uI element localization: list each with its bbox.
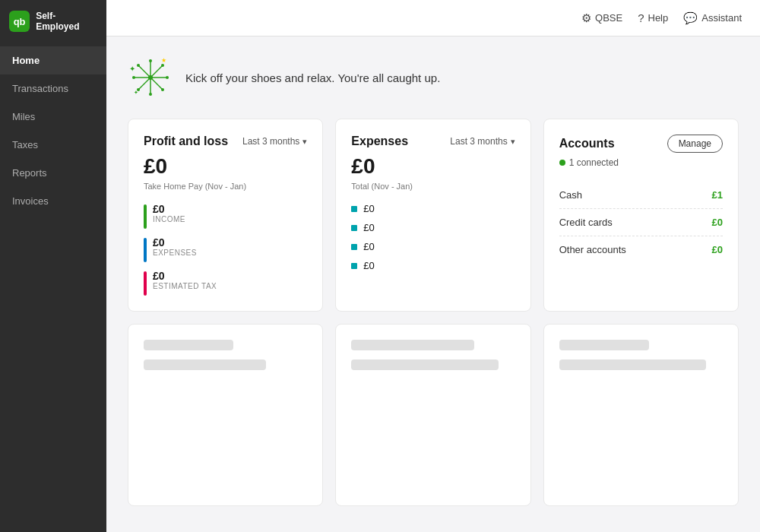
skeleton-line — [559, 359, 707, 370]
expense-value-2: £0 — [363, 222, 374, 233]
expenses-label: EXPENSES — [153, 249, 197, 257]
skeleton-line — [351, 340, 473, 350]
sidebar-item-home[interactable]: Home — [0, 46, 106, 74]
expense-dot-3 — [351, 244, 357, 250]
svg-line-7 — [150, 65, 163, 78]
account-rows: Cash £1 Credit cards £0 Other accounts £… — [559, 182, 723, 263]
sidebar-logo-text: Self-Employed — [36, 11, 97, 33]
qbse-label: QBSE — [595, 12, 622, 24]
svg-line-5 — [138, 65, 150, 78]
connected-count: 1 connected — [569, 157, 619, 168]
sidebar-item-transactions[interactable]: Transactions — [0, 74, 106, 103]
tax-content: £0 ESTIMATED TAX — [153, 270, 217, 290]
manage-button[interactable]: Manage — [667, 135, 723, 153]
expense-list: £0 £0 £0 £0 — [351, 203, 515, 271]
connected-badge: 1 connected — [559, 157, 723, 168]
account-amount-other: £0 — [712, 244, 723, 255]
help-button[interactable]: ? Help — [638, 11, 668, 24]
welcome-banner: ✦ ★ ✦ Kick off your shoes and relax. You… — [128, 55, 739, 100]
sidebar-item-reports[interactable]: Reports — [0, 159, 106, 187]
income-value: £0 — [153, 203, 185, 215]
profit-loss-period-selector[interactable]: Last 3 months ▾ — [242, 136, 307, 147]
income-bar — [144, 204, 147, 229]
account-amount-cash: £1 — [712, 189, 723, 201]
sidebar-logo[interactable]: qb Self-Employed — [0, 0, 106, 43]
quickbooks-logo-icon: qb — [9, 11, 30, 32]
profit-loss-subtitle: Take Home Pay (Nov - Jan) — [144, 182, 307, 191]
expense-item-4: £0 — [351, 260, 515, 271]
svg-point-11 — [132, 76, 135, 79]
expense-item-3: £0 — [351, 241, 515, 252]
tax-label: ESTIMATED TAX — [153, 282, 217, 290]
page-content: ✦ ★ ✦ Kick off your shoes and relax. You… — [106, 36, 760, 532]
expense-dot-1 — [351, 206, 357, 212]
svg-line-6 — [150, 78, 163, 90]
expenses-bar — [144, 238, 147, 262]
profit-loss-header: Profit and loss Last 3 months ▾ — [144, 135, 307, 148]
account-name-other: Other accounts — [559, 244, 626, 255]
skeleton-line — [351, 359, 499, 370]
sidebar: qb Self-Employed Home Transactions Miles… — [0, 0, 106, 532]
expense-value-4: £0 — [363, 260, 374, 271]
sidebar-nav: Home Transactions Miles Taxes Reports In… — [0, 46, 106, 215]
expenses-card-header: Expenses Last 3 months ▾ — [351, 135, 515, 148]
tax-bar — [144, 271, 147, 296]
account-row-cash: Cash £1 — [559, 182, 723, 209]
svg-line-8 — [138, 78, 150, 90]
sidebar-item-miles[interactable]: Miles — [0, 103, 106, 131]
skeleton-line — [144, 340, 233, 350]
firework-icon: ✦ ★ ✦ — [128, 55, 173, 100]
gear-icon: ⚙ — [581, 11, 591, 25]
chevron-down-icon: ▾ — [302, 137, 307, 147]
assistant-label: Assistant — [701, 12, 742, 24]
expenses-period-selector[interactable]: Last 3 months ▾ — [450, 136, 515, 147]
skeleton-card-1 — [128, 324, 323, 506]
skeleton-line — [559, 340, 649, 350]
sidebar-item-taxes[interactable]: Taxes — [0, 131, 106, 159]
profit-loss-card: Profit and loss Last 3 months ▾ £0 Take … — [128, 119, 323, 312]
tax-value: £0 — [153, 270, 217, 282]
svg-point-13 — [137, 64, 140, 67]
accounts-card: Accounts Manage 1 connected Cash £1 Cred… — [543, 119, 739, 312]
profit-loss-amount: £0 — [144, 154, 307, 179]
svg-point-12 — [166, 76, 169, 79]
svg-text:✦: ✦ — [134, 90, 138, 95]
assistant-button[interactable]: 💬 Assistant — [683, 11, 742, 25]
connected-dot — [559, 160, 565, 166]
sidebar-item-invoices[interactable]: Invoices — [0, 187, 106, 215]
firework-svg: ✦ ★ ✦ — [128, 55, 173, 100]
svg-point-9 — [149, 59, 152, 62]
account-row-credit: Credit cards £0 — [559, 209, 723, 236]
expense-item-2: £0 — [351, 222, 515, 233]
income-label: INCOME — [153, 215, 185, 223]
skeleton-card-2 — [335, 324, 530, 506]
tax-item: £0 ESTIMATED TAX — [144, 270, 307, 296]
expenses-period-label: Last 3 months — [450, 136, 507, 147]
welcome-message: Kick off your shoes and relax. You're al… — [185, 71, 440, 84]
expenses-amount: £0 — [351, 154, 515, 179]
assistant-icon: 💬 — [683, 11, 698, 25]
svg-text:✦: ✦ — [129, 65, 135, 73]
income-item: £0 INCOME — [144, 203, 307, 229]
expense-dot-2 — [351, 225, 357, 231]
help-label: Help — [648, 12, 669, 24]
skeleton-card-3 — [543, 324, 739, 506]
account-name-cash: Cash — [559, 189, 582, 201]
accounts-title: Accounts — [559, 137, 615, 150]
expenses-subtitle: Total (Nov - Jan) — [351, 182, 515, 191]
main-content: ⚙ QBSE ? Help 💬 Assistant — [106, 0, 760, 532]
expense-dot-4 — [351, 263, 357, 269]
account-amount-credit: £0 — [712, 217, 723, 228]
profit-loss-period-label: Last 3 months — [242, 136, 299, 147]
profit-loss-items: £0 INCOME £0 EXPENSES — [144, 203, 307, 296]
expenses-value: £0 — [153, 236, 197, 249]
topbar: ⚙ QBSE ? Help 💬 Assistant — [106, 0, 760, 36]
expenses-item: £0 EXPENSES — [144, 236, 307, 262]
help-icon: ? — [638, 11, 644, 24]
expenses-content: £0 EXPENSES — [153, 236, 197, 257]
svg-point-10 — [149, 93, 152, 96]
expenses-card: Expenses Last 3 months ▾ £0 Total (Nov -… — [335, 119, 530, 312]
qbse-button[interactable]: ⚙ QBSE — [581, 11, 622, 25]
profit-loss-title: Profit and loss — [144, 135, 228, 148]
svg-point-14 — [161, 88, 164, 91]
